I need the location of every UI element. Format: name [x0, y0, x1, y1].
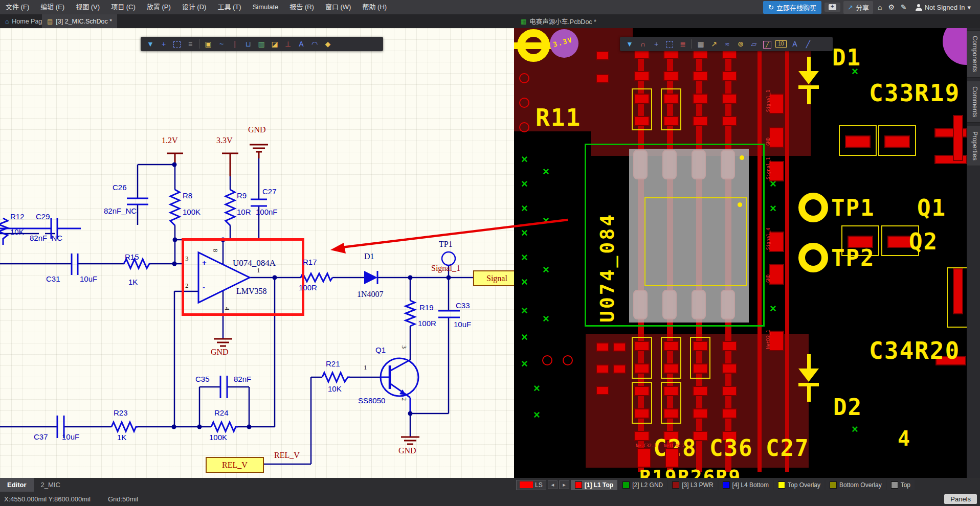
menu-window[interactable]: 窗口 (W)	[320, 0, 357, 14]
menu-project[interactable]: 项目 (C)	[105, 0, 141, 14]
place-component-icon[interactable]: ▦	[694, 37, 707, 51]
ref-d1[interactable]: D1	[364, 252, 374, 261]
panels-button[interactable]: Panels	[944, 494, 977, 504]
place-sheet-entry-icon[interactable]: ◪	[268, 37, 281, 51]
ref-c26[interactable]: C26	[113, 183, 127, 192]
power-port-gnd-mid[interactable]: GND	[211, 348, 229, 357]
ref-c33[interactable]: C33	[456, 301, 470, 310]
val-r12[interactable]: 10K	[10, 227, 24, 236]
menu-file[interactable]: 文件 (F)	[0, 0, 35, 14]
place-part-icon[interactable]: ▣	[202, 37, 215, 51]
active-route-icon[interactable]: ╱	[761, 37, 774, 51]
pcb-net-label[interactable]: GND	[766, 137, 771, 146]
menu-place[interactable]: 放置 (P)	[141, 0, 176, 14]
place-line-icon[interactable]: ╱	[801, 37, 815, 51]
ref-r12[interactable]: R12	[10, 212, 25, 221]
pcb-net-label[interactable]: Signal_1	[766, 157, 771, 179]
board-insight-icon[interactable]: ≣	[676, 37, 689, 51]
silk-c33r19[interactable]: C33R19	[869, 79, 960, 107]
schematic-canvas[interactable]: R12 10K C29 82nF_NC C31 10uF R15 1K C26 …	[0, 28, 514, 478]
silk-c27[interactable]: C27	[766, 435, 809, 461]
layer-scroll-right[interactable]: ▸	[559, 480, 569, 489]
pcb-net-label[interactable]: Signal_4	[766, 228, 771, 250]
val-r19[interactable]: 100R	[418, 319, 436, 328]
val-r9[interactable]: 10R	[237, 208, 251, 216]
power-port-gnd-bot[interactable]: GND	[398, 446, 416, 455]
differential-route-icon[interactable]: ≈	[721, 37, 734, 51]
layer-tab--1-l1-top[interactable]: [1] L1 Top	[571, 480, 617, 490]
ref-r15[interactable]: R15	[125, 252, 139, 261]
ref-r23[interactable]: R23	[114, 408, 128, 417]
silk-u074[interactable]: U074_084	[596, 151, 618, 323]
val-r15[interactable]: 1K	[128, 278, 138, 286]
silk-d1[interactable]: D1	[832, 44, 861, 71]
tab-2mic[interactable]: 2_MIC	[34, 478, 68, 492]
net-label-relv[interactable]: REL_V	[274, 451, 300, 460]
menu-simulate[interactable]: Simulate	[247, 0, 284, 14]
place-sheet-symbol-icon[interactable]: ▥	[255, 37, 268, 51]
tab-comments[interactable]: Comments	[967, 81, 980, 123]
val-c27[interactable]: 100nF	[256, 208, 278, 216]
val-d1[interactable]: 1N4007	[357, 290, 384, 299]
power-port-1v2[interactable]: 1.2V	[162, 136, 178, 145]
place-bus-icon[interactable]: |	[228, 37, 241, 51]
tab-properties[interactable]: Properties	[967, 126, 980, 166]
pen-icon[interactable]: ✎	[899, 3, 908, 11]
ref-c29[interactable]: C29	[36, 212, 50, 221]
val-c31[interactable]: 10uF	[80, 274, 97, 283]
val-r23[interactable]: 1K	[117, 433, 126, 442]
layer-set-chip[interactable]: LS	[516, 480, 546, 490]
place-arc-icon[interactable]: ◠	[308, 37, 321, 51]
measure-icon[interactable]: 10	[775, 40, 787, 48]
silk-q1[interactable]: Q1	[917, 195, 946, 221]
val-r24[interactable]: 100K	[209, 433, 227, 442]
tab-editor[interactable]: Editor	[0, 478, 34, 492]
ref-r21[interactable]: R21	[326, 359, 340, 368]
silk-c36[interactable]: C36	[709, 435, 753, 461]
val-r17[interactable]: 100R	[299, 283, 317, 292]
menu-design[interactable]: 设计 (D)	[176, 0, 212, 14]
move-cursor-icon[interactable]: +	[157, 37, 170, 51]
place-text-icon[interactable]: A	[295, 37, 308, 51]
val-c26[interactable]: 82nF_NC	[104, 206, 137, 215]
pcb-net-label[interactable]: NetC38_2	[664, 443, 685, 448]
silk-tp2[interactable]: TP2	[831, 245, 875, 271]
via-large[interactable]	[943, 28, 967, 65]
pcb-net-label[interactable]: Ne.C32.1	[636, 443, 657, 448]
val-q1[interactable]: SS8050	[358, 396, 385, 405]
comment-button[interactable]	[825, 3, 840, 12]
select-area-icon[interactable]	[170, 37, 184, 51]
menu-help[interactable]: 帮助 (H)	[357, 0, 392, 14]
place-port-icon[interactable]: ⊔	[241, 37, 255, 51]
power-port-gnd-top[interactable]: GND	[248, 125, 266, 134]
gear-icon[interactable]: ⚙	[886, 3, 896, 11]
silk-fragment[interactable]: 4	[898, 427, 911, 450]
menu-view[interactable]: 视图 (V)	[70, 0, 105, 14]
net-label-signal1[interactable]: Signal_1	[431, 264, 460, 273]
move-cursor-icon[interactable]: +	[650, 37, 663, 51]
align-icon[interactable]: ≡	[184, 37, 197, 51]
val-r8[interactable]: 100K	[183, 208, 201, 216]
silk-c34r20[interactable]: C34R20	[869, 337, 960, 364]
share-button[interactable]: ↗ 分享	[843, 1, 873, 14]
testpoint-tp1-pad[interactable]	[798, 193, 828, 222]
silk-q2[interactable]: Q2	[909, 228, 938, 255]
place-polygon-icon[interactable]: ▱	[747, 37, 761, 51]
silk-r11[interactable]: R11	[536, 104, 581, 131]
pcb-net-label[interactable]: NetD2_1	[766, 330, 771, 349]
layer-tab--2-l2-gnd[interactable]: [2] L2 GND	[618, 480, 667, 490]
buy-online-button[interactable]: ↻ 立即在线购买	[763, 1, 821, 14]
interactive-route-icon[interactable]: ↗	[707, 37, 721, 51]
mounting-pad[interactable]	[517, 29, 550, 62]
diode-d2-footprint[interactable]	[794, 354, 823, 403]
ref-r17[interactable]: R17	[303, 258, 317, 266]
layer-tab--4-l4-bottom[interactable]: [4] L4 Bottom	[719, 480, 773, 490]
menu-edit[interactable]: 编辑 (E)	[35, 0, 70, 14]
diode-d1-footprint[interactable]	[794, 57, 823, 106]
layer-tab-top[interactable]: Top	[887, 480, 915, 490]
val-c33[interactable]: 10uF	[454, 320, 471, 329]
ref-r24[interactable]: R24	[214, 408, 229, 417]
ref-c35[interactable]: C35	[195, 375, 210, 383]
ref-q1[interactable]: Q1	[375, 346, 386, 354]
layer-tab--3-l3-pwr[interactable]: [3] L3 PWR	[668, 480, 717, 490]
